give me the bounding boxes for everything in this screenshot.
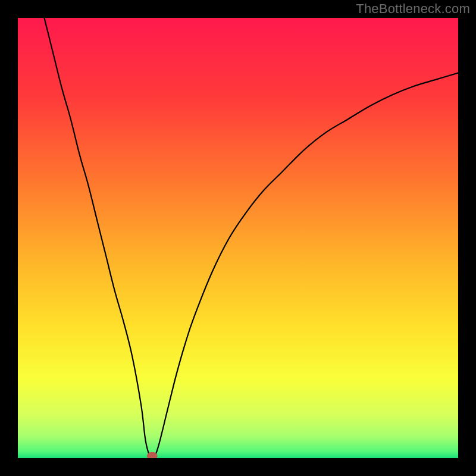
chart-frame: TheBottleneck.com xyxy=(0,0,476,476)
watermark-text: TheBottleneck.com xyxy=(356,1,470,17)
gradient-background xyxy=(18,18,458,458)
chart-svg xyxy=(18,18,458,458)
plot-area xyxy=(18,18,458,458)
